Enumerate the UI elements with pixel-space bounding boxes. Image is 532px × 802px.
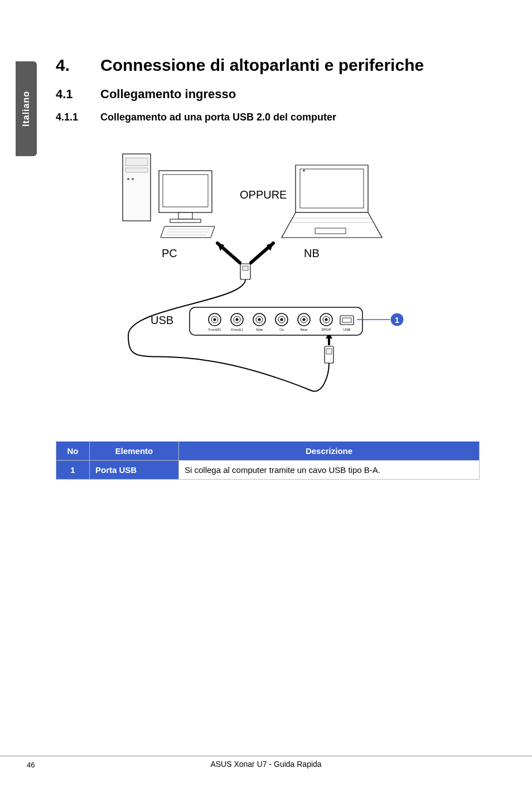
svg-point-36 [303, 318, 306, 321]
svg-rect-13 [315, 228, 346, 234]
usb-cable-label: USB [151, 314, 173, 326]
table-cell-descrizione: Si collega al computer tramite un cavo U… [179, 461, 480, 480]
svg-rect-12 [300, 169, 364, 208]
section-number: 4. [56, 56, 100, 75]
svg-point-30 [258, 318, 261, 321]
svg-rect-2 [125, 168, 148, 172]
monitor-icon [159, 171, 215, 238]
callout-number: 1 [395, 316, 399, 325]
port-label: Rear [300, 328, 307, 331]
footer-title: ASUS Xonar U7 - Guida Rapida [0, 760, 532, 769]
spec-table: No Elemento Descrizione 1 Porta USB Si c… [56, 441, 480, 480]
svg-point-3 [127, 178, 129, 180]
subsubsection-title: Collegamento ad una porta USB 2.0 del co… [100, 112, 336, 123]
page-number: 46 [27, 761, 35, 769]
table-header-elemento: Elemento [90, 442, 179, 461]
subsection-number: 4.1 [56, 87, 100, 102]
table-cell-no: 1 [56, 461, 90, 480]
language-side-tab: Italiano [16, 61, 37, 156]
subsubsection-number: 4.1.1 [56, 112, 100, 123]
table-header-no: No [56, 442, 90, 461]
page-footer: 46 ASUS Xonar U7 - Guida Rapida [0, 756, 532, 769]
svg-point-33 [280, 318, 283, 321]
pc-label: PC [162, 247, 177, 259]
svg-rect-8 [170, 219, 201, 223]
svg-point-4 [132, 178, 134, 180]
svg-point-24 [214, 318, 216, 321]
port-label: Ctr [279, 328, 284, 331]
port-label: Side [256, 328, 263, 331]
section-title: Connessione di altoparlanti e periferich… [100, 56, 424, 75]
svg-point-16 [303, 170, 305, 172]
sound-card-device-icon: Front(R) Front(L) Side [190, 307, 362, 335]
subsection-heading: 4.1 Collegamento ingresso [56, 87, 480, 102]
svg-rect-1 [125, 158, 148, 166]
connector-word-label: OPPURE [240, 189, 287, 201]
port-label: USB [344, 328, 350, 331]
svg-rect-41 [342, 318, 351, 322]
port-label: Front(R) [209, 328, 221, 331]
laptop-icon [282, 165, 382, 238]
split-arrows-icon [217, 243, 273, 263]
port-label: SPDIF [321, 328, 331, 331]
section-heading: 4. Connessione di altoparlanti e perifer… [56, 56, 480, 75]
svg-point-39 [325, 318, 328, 321]
svg-rect-18 [243, 266, 248, 270]
language-label: Italiano [21, 91, 31, 127]
page-content: 4. Connessione di altoparlanti e perifer… [56, 56, 480, 480]
table-row: 1 Porta USB Si collega al computer trami… [56, 461, 480, 480]
subsection-title: Collegamento ingresso [100, 87, 236, 102]
table-cell-elemento: Porta USB [90, 461, 179, 480]
svg-rect-7 [178, 212, 192, 219]
svg-rect-6 [163, 175, 208, 207]
table-header-descrizione: Descrizione [179, 442, 480, 461]
nb-label: NB [304, 247, 320, 259]
pc-tower-icon [123, 154, 151, 221]
svg-point-27 [236, 318, 239, 321]
port-label: Front(L) [231, 328, 243, 331]
connection-diagram: OPPURE PC NB [72, 140, 463, 419]
svg-rect-20 [326, 349, 332, 354]
subsubsection-heading: 4.1.1 Collegamento ad una porta USB 2.0 … [56, 112, 480, 123]
